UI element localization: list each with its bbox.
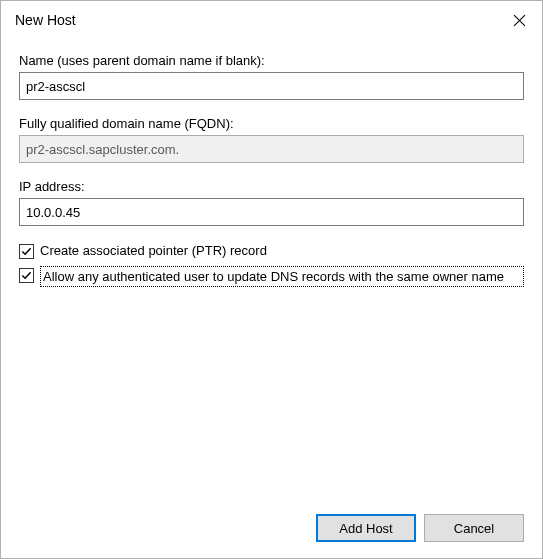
close-button[interactable]: [496, 1, 542, 39]
allow-update-checkbox-row: Allow any authenticated user to update D…: [19, 266, 524, 288]
ip-field-group: IP address:: [19, 179, 524, 226]
titlebar: New Host: [1, 1, 542, 39]
ptr-checkbox[interactable]: [19, 244, 34, 259]
check-icon: [21, 246, 32, 257]
ptr-checkbox-label: Create associated pointer (PTR) record: [40, 242, 524, 260]
cancel-button[interactable]: Cancel: [424, 514, 524, 542]
close-icon: [513, 14, 526, 27]
name-label: Name (uses parent domain name if blank):: [19, 53, 524, 68]
button-row: Add Host Cancel: [1, 498, 542, 558]
add-host-button[interactable]: Add Host: [316, 514, 416, 542]
ip-label: IP address:: [19, 179, 524, 194]
dialog-content: Name (uses parent domain name if blank):…: [1, 39, 542, 498]
window-title: New Host: [15, 12, 76, 28]
fqdn-field-group: Fully qualified domain name (FQDN):: [19, 116, 524, 163]
fqdn-label: Fully qualified domain name (FQDN):: [19, 116, 524, 131]
allow-update-checkbox[interactable]: [19, 268, 34, 283]
ip-input[interactable]: [19, 198, 524, 226]
fqdn-input: [19, 135, 524, 163]
check-icon: [21, 270, 32, 281]
name-input[interactable]: [19, 72, 524, 100]
new-host-dialog: New Host Name (uses parent domain name i…: [0, 0, 543, 559]
allow-update-checkbox-label: Allow any authenticated user to update D…: [40, 266, 524, 288]
name-field-group: Name (uses parent domain name if blank):: [19, 53, 524, 100]
ptr-checkbox-row: Create associated pointer (PTR) record: [19, 242, 524, 260]
